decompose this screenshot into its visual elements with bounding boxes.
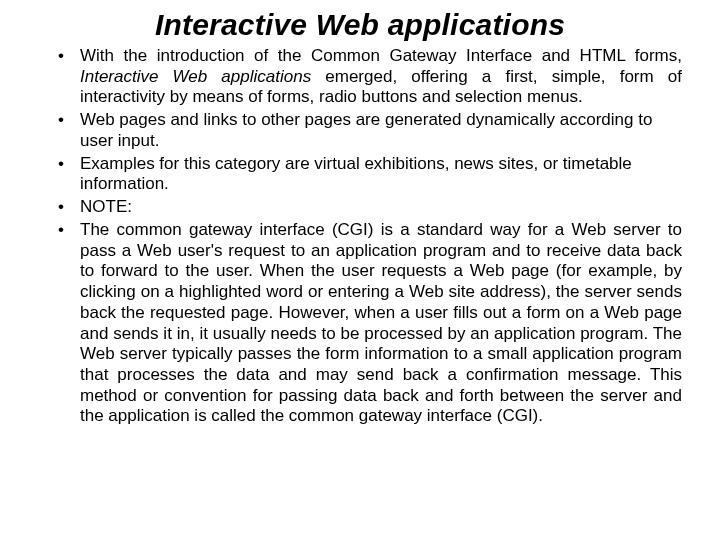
bullet-list: With the introduction of the Common Gate… (30, 46, 690, 427)
list-item: With the introduction of the Common Gate… (58, 46, 682, 108)
emphasis-text: Interactive Web applications (80, 67, 311, 86)
list-item: Examples for this category are virtual e… (58, 154, 682, 195)
slide-title: Interactive Web applications (30, 8, 690, 42)
list-item: Web pages and links to other pages are g… (58, 110, 682, 151)
text-run: With the introduction of the Common Gate… (80, 46, 682, 65)
list-item: NOTE: (58, 197, 682, 218)
list-item: The common gateway interface (CGI) is a … (58, 220, 682, 427)
slide: Interactive Web applications With the in… (0, 0, 720, 540)
